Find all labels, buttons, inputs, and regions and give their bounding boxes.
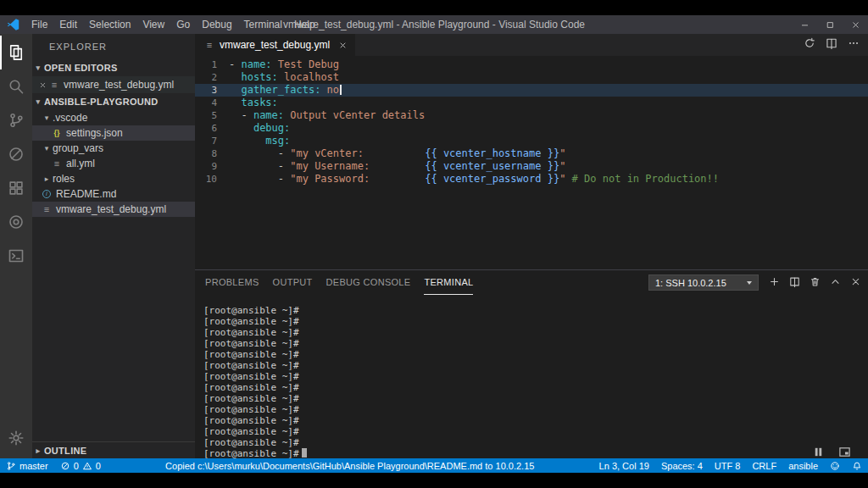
code-line[interactable]: 6 debug: <box>195 122 868 135</box>
tree-item-readme-md[interactable]: iREADME.md <box>32 186 195 202</box>
activity-explorer[interactable] <box>0 36 32 69</box>
panel-tab-debug-console[interactable]: DEBUG CONSOLE <box>326 270 411 295</box>
activity-debug[interactable] <box>0 137 32 171</box>
git-branch-status[interactable]: master <box>0 458 54 473</box>
line-text: msg: <box>229 135 290 147</box>
video-overlay-controls <box>812 446 851 458</box>
code-line[interactable]: 8 - "my vCenter: {{ vcenter_hostname }}" <box>195 147 868 160</box>
tree-item-label: settings.json <box>66 127 123 139</box>
activity-extensions[interactable] <box>0 171 32 205</box>
code-line[interactable]: 10 - "my Password: {{ vcenter_password }… <box>195 173 868 186</box>
activity-source-control[interactable] <box>0 103 32 137</box>
kill-terminal-icon <box>810 276 821 287</box>
menu-edit[interactable]: Edit <box>53 15 83 34</box>
activity-search[interactable] <box>0 69 32 103</box>
code-line[interactable]: 1- name: Test Debug <box>195 58 868 71</box>
menu-file[interactable]: File <box>25 15 53 34</box>
kill-terminal-button[interactable] <box>810 275 821 291</box>
code-line[interactable]: 2 hosts: localhost <box>195 71 868 84</box>
tree-item-vscode[interactable]: ▾.vscode <box>32 110 195 125</box>
code-line[interactable]: 7 msg: <box>195 135 868 147</box>
close-panel-button[interactable] <box>850 275 861 291</box>
activity-manage[interactable] <box>0 421 32 455</box>
editor-tab-vmware-test-debug-yml[interactable]: ≡ vmware_test_debug.yml <box>195 34 355 56</box>
eol-status[interactable]: CRLF <box>746 458 782 473</box>
editor-actions <box>804 34 868 56</box>
warning-icon <box>82 461 92 471</box>
menu-debug[interactable]: Debug <box>196 15 237 34</box>
line-number: 1 <box>195 58 229 71</box>
code-line[interactable]: 9 - "my Username: {{ vcenter_username }}… <box>195 160 868 173</box>
more-actions-button[interactable] <box>848 37 860 53</box>
tree-item-roles[interactable]: ▸roles <box>32 171 195 186</box>
panel-tab-terminal[interactable]: TERMINAL <box>424 270 473 295</box>
open-editors-list: ≡vmware_test_debug.yml <box>32 76 195 93</box>
menu-bar: FileEditSelectionViewGoDebugTerminalHelp <box>25 15 321 34</box>
panel-tab-problems[interactable]: PROBLEMS <box>205 270 259 295</box>
menu-terminal[interactable]: Terminal <box>238 15 288 34</box>
tree-item-label: README.md <box>56 188 116 200</box>
chevron-down-icon <box>747 281 752 285</box>
menu-selection[interactable]: Selection <box>83 15 136 34</box>
activity-remote[interactable] <box>0 205 32 239</box>
line-text: - "my vCenter: {{ vcenter_hostname }}" <box>229 147 565 160</box>
video-overlay-button[interactable] <box>838 446 851 458</box>
notifications-button[interactable] <box>846 458 868 473</box>
maximize-panel-button[interactable] <box>830 275 841 291</box>
code-line[interactable]: 3 gather_facts: no <box>195 84 868 97</box>
menu-go[interactable]: Go <box>170 15 196 34</box>
cursor-position-status[interactable]: Ln 3, Col 19 <box>593 458 655 473</box>
code-editor[interactable]: 1- name: Test Debug2 hosts: localhost3 g… <box>195 56 868 269</box>
open-editors-header[interactable]: ▾ OPEN EDITORS <box>32 59 195 76</box>
feedback-button[interactable] <box>824 458 846 473</box>
panel-right: 1: SSH 10.0.2.15 <box>648 274 861 291</box>
yaml-file-icon: ≡ <box>48 80 60 90</box>
close-icon[interactable] <box>339 42 347 49</box>
problems-status[interactable]: 0 0 <box>54 458 107 473</box>
split-editor-button[interactable] <box>826 37 837 53</box>
error-count: 0 <box>74 461 79 471</box>
indentation-status[interactable]: Spaces: 4 <box>655 458 709 473</box>
activity-terminal[interactable] <box>0 239 32 273</box>
split-terminal-button[interactable] <box>789 275 800 291</box>
new-terminal-button[interactable] <box>769 275 780 291</box>
sidebar-explorer: EXPLORER ▾ OPEN EDITORS ≡vmware_test_deb… <box>32 34 195 458</box>
terminal-selector[interactable]: 1: SSH 10.0.2.15 <box>648 274 759 291</box>
tree-item-label: .vscode <box>53 112 87 124</box>
terminal-icon <box>8 247 25 264</box>
tree-item-vmware-test-debug-yml[interactable]: ≡vmware_test_debug.yml <box>32 202 195 217</box>
tree-item-all-yml[interactable]: ≡all.yml <box>32 156 195 171</box>
code-line[interactable]: 4 tasks: <box>195 97 868 109</box>
terminal-line: [root@ansible ~]# <box>203 404 868 415</box>
tree-item-settings-json[interactable]: {}settings.json <box>32 125 195 141</box>
close-button[interactable] <box>843 15 868 34</box>
close-icon[interactable] <box>36 81 48 89</box>
encoding-status[interactable]: UTF 8 <box>709 458 747 473</box>
code-line[interactable]: 5 - name: Output vCenter details <box>195 109 868 122</box>
maximize-button[interactable] <box>817 15 843 34</box>
menu-view[interactable]: View <box>136 15 170 34</box>
terminal[interactable]: [root@ansible ~]#[root@ansible ~]#[root@… <box>195 295 868 458</box>
line-text: hosts: localhost <box>229 71 339 84</box>
language-mode-status[interactable]: ansible <box>782 458 824 473</box>
tree-item-label: vmware_test_debug.yml <box>56 203 166 215</box>
line-number: 5 <box>195 109 229 122</box>
outline-header[interactable]: ▸ OUTLINE <box>32 441 195 458</box>
tree-item-label: group_vars <box>53 142 103 154</box>
project-header[interactable]: ▾ ANSIBLE-PLAYGROUND <box>32 93 195 110</box>
line-text: debug: <box>229 122 290 135</box>
yaml-file-icon: ≡ <box>41 204 53 214</box>
line-number: 6 <box>195 122 229 135</box>
minimize-button[interactable] <box>792 15 817 34</box>
video-pause-button[interactable] <box>812 446 825 458</box>
tree-item-group-vars[interactable]: ▾group_vars <box>32 141 195 156</box>
open-editors-label: OPEN EDITORS <box>44 63 118 73</box>
panel-actions <box>769 275 861 291</box>
line-number: 8 <box>195 147 229 160</box>
open-editor-item[interactable]: ≡vmware_test_debug.yml <box>32 76 195 93</box>
terminal-line: [root@ansible ~]# <box>203 437 868 448</box>
line-number: 9 <box>195 160 229 173</box>
terminal-line: [root@ansible ~]# <box>203 360 868 371</box>
sync-button[interactable] <box>804 37 815 53</box>
panel-tab-output[interactable]: OUTPUT <box>273 270 313 295</box>
